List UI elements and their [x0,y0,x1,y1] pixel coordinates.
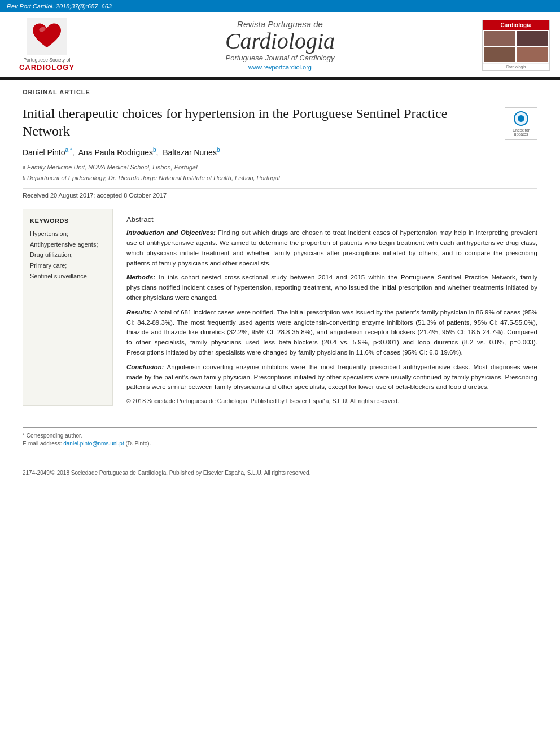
author-1-name: Daniel Pinto [23,148,65,157]
abstract-section-conclusion: Conclusion: Angiotensin-converting enzym… [126,362,537,392]
received-text: Received 20 August 2017; accepted 8 Octo… [23,192,167,199]
results-label: Results: [126,309,152,316]
portuguese-journal-text: Portuguese Journal of Cardiology [95,54,465,62]
affil-text-b: Department of Epidemiology, Dr. Ricardo … [27,173,280,183]
right-img-block-1 [484,31,515,46]
logo-left: Portuguese Society of CARDIOLOGY [10,18,84,72]
conclusion-label: Conclusion: [126,364,164,370]
keywords-list: Hypertension; Antihypertensive agents; D… [30,229,106,281]
intro-label: Introduction and Objectives: [126,229,216,236]
email-line: E-mail address: daniel.pinto@nms.unl.pt … [23,440,537,447]
abstract-text: Introduction and Objectives: Finding out… [126,228,537,406]
footer-divider [23,427,537,428]
email-suffix: (D. Pinto). [124,440,151,447]
corresponding-note: * Corresponding author. [23,433,537,439]
right-img-block-2 [517,31,548,46]
article-title-row: Initial therapeutic choices for hyperten… [23,105,537,140]
abstract-divider [126,209,537,209]
author-1-sup: a,* [65,147,72,153]
keywords-column: KEYWORDS Hypertension; Antihypertensive … [23,209,113,406]
bottom-bar: 2174-2049/© 2018 Sociedade Portuguesa de… [0,465,560,480]
keywords-title: KEYWORDS [30,217,106,224]
affiliations: a Family Medicine Unit, NOVA Medical Sch… [23,163,537,182]
authors-line: Daniel Pintoa,*, Ana Paula Rodriguesb, B… [23,147,537,157]
check-for-updates-label: Check for updates [505,128,537,136]
abstract-section-intro: Introduction and Objectives: Finding out… [126,228,537,268]
article-type: ORIGINAL ARTICLE [23,89,537,99]
abstract-title: Abstract [126,215,537,224]
check-circle-inner [518,115,524,122]
keyword-3: Drug utilization; [30,250,106,260]
author-2-sup: b [153,147,156,153]
header-center: Revista Portuguesa de Cardiologia Portug… [84,19,476,71]
right-logo-box: Cardiologia Cardiologia [482,20,550,71]
main-content: ORIGINAL ARTICLE Initial therapeutic cho… [0,80,560,417]
check-circle-icon [514,111,528,126]
website-link[interactable]: www.revportcardiol.org [95,64,465,71]
author-3-name: Baltazar Nunes [163,148,217,157]
right-img-block-4 [517,47,548,62]
right-logo-images [483,30,549,63]
email-address[interactable]: daniel.pinto@nms.unl.pt [63,440,124,447]
copyright-line: © 2018 Sociedade Portuguesa de Cardiolog… [126,397,537,406]
affil-sup-a: a [23,164,25,172]
right-img-row-2 [484,47,548,62]
article-title: Initial therapeutic choices for hyperten… [23,105,493,140]
footer-content: * Corresponding author. E-mail address: … [0,433,560,453]
society-text: Portuguese Society of [23,57,70,63]
email-label: E-mail address: [23,440,63,447]
results-text: A total of 681 incident cases were notif… [126,309,537,356]
conclusion-text: Angiotensin-converting enzyme inhibitors… [126,364,537,391]
keyword-5: Sentinel surveillance [30,271,106,282]
abstract-column: Abstract Introduction and Objectives: Fi… [126,209,537,406]
cardiologia-title: Cardiologia [95,30,465,53]
affiliation-b: b Department of Epidemiology, Dr. Ricard… [23,173,537,183]
author-2-name: Ana Paula Rodrigues [78,148,153,157]
cardiology-label: CARDIOLOGY [19,63,75,72]
keyword-1: Hypertension; [30,229,106,239]
affil-text-a: Family Medicine Unit, NOVA Medical Schoo… [27,163,198,172]
two-col-layout: KEYWORDS Hypertension; Antihypertensive … [23,209,537,406]
top-bar: Rev Port Cardiol. 2018;37(8):657–663 [0,0,560,12]
right-logo-title: Cardiologia [483,20,549,30]
right-logo-footer-text: Cardiologia [483,63,549,70]
right-img-row-1 [484,31,548,46]
methods-text: In this cohort-nested cross-sectional st… [126,274,537,301]
bottom-bar-text: 2174-2049/© 2018 Sociedade Portuguesa de… [23,470,310,476]
heart-logo-icon [27,18,67,55]
logo-right: Cardiologia Cardiologia [476,20,550,71]
header: Portuguese Society of CARDIOLOGY Revista… [0,12,560,80]
check-for-updates-badge: Check for updates [505,107,537,140]
author-3-sup: b [217,147,220,153]
received-line: Received 20 August 2017; accepted 8 Octo… [23,188,537,199]
abstract-section-results: Results: A total of 681 incident cases w… [126,308,537,358]
keyword-4: Primary care; [30,260,106,271]
methods-label: Methods: [126,274,155,281]
citation-text: Rev Port Cardiol. 2018;37(8):657–663 [7,3,112,10]
right-img-block-3 [484,47,515,62]
affiliation-a: a Family Medicine Unit, NOVA Medical Sch… [23,163,537,172]
page: Rev Port Cardiol. 2018;37(8):657–663 Por… [0,0,560,747]
keyword-2: Antihypertensive agents; [30,239,106,250]
revista-text: Revista Portuguesa de [95,19,465,29]
affil-sup-b: b [23,174,25,182]
abstract-section-methods: Methods: In this cohort-nested cross-sec… [126,273,537,303]
